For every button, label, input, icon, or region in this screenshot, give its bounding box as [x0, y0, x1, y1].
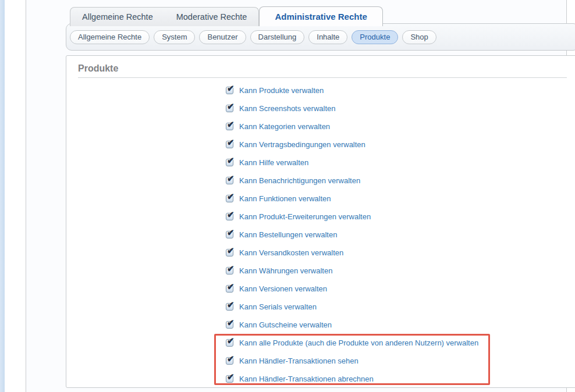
subtab-system[interactable]: System — [154, 30, 195, 44]
subtab-benutzer[interactable]: Benutzer — [199, 30, 246, 44]
screen: Allgemeine Rechte Moderative Rechte Admi… — [0, 0, 575, 392]
permission-row: Kann Händler-Transaktionen sehen — [226, 352, 478, 370]
checkbox-checked-icon[interactable] — [226, 87, 233, 94]
permission-row: Kann Produkt-Erweiterungen verwalten — [226, 208, 478, 226]
permissions-panel: Allgemeine Rechte Moderative Rechte Admi… — [26, 0, 567, 392]
subtab-inhalte[interactable]: Inhalte — [308, 30, 347, 44]
permission-label[interactable]: Kann Händler-Transaktionen sehen — [239, 357, 359, 365]
subtab-produkte[interactable]: Produkte — [352, 30, 398, 44]
permission-row: Kann Funktionen verwalten — [226, 190, 478, 208]
permission-list: Kann Produkte verwalten Kann Screenshots… — [226, 81, 478, 388]
permission-label[interactable]: Kann Währungen verwalten — [239, 266, 332, 275]
checkbox-checked-icon[interactable] — [226, 321, 233, 329]
checkbox-checked-icon[interactable] — [226, 285, 233, 293]
permission-row: Kann Gutscheine verwalten — [226, 316, 478, 334]
tab-bar: Allgemeine Rechte Moderative Rechte Admi… — [70, 7, 383, 27]
permission-label[interactable]: Kann Funktionen verwalten — [239, 194, 331, 203]
permission-label[interactable]: Kann Produkt-Erweiterungen verwalten — [239, 212, 371, 221]
permission-label[interactable]: Kann Kategorien verwalten — [239, 122, 330, 131]
checkbox-checked-icon[interactable] — [226, 177, 233, 184]
checkbox-checked-icon[interactable] — [226, 303, 233, 311]
inactive-tab-group: Allgemeine Rechte Moderative Rechte — [70, 7, 259, 26]
checkbox-checked-icon[interactable] — [226, 231, 233, 238]
tab-allgemeine-rechte[interactable]: Allgemeine Rechte — [70, 8, 165, 26]
subtab-shop[interactable]: Shop — [402, 30, 436, 44]
permission-label[interactable]: Kann Benachrichtigungen verwalten — [239, 176, 360, 185]
checkbox-checked-icon[interactable] — [226, 141, 233, 148]
section-title: Produkte — [78, 63, 567, 74]
checkbox-checked-icon[interactable] — [226, 357, 233, 365]
permission-row: Kann Vertragsbedingungen verwalten — [226, 136, 478, 154]
permission-label[interactable]: Kann Hilfe verwalten — [239, 158, 308, 167]
checkbox-checked-icon[interactable] — [226, 195, 233, 202]
content-box: Produkte Kann Produkte verwalten Kann Sc… — [66, 55, 575, 388]
checkbox-checked-icon[interactable] — [226, 339, 233, 347]
permission-row: Kann Serials verwalten — [226, 298, 478, 316]
checkbox-checked-icon[interactable] — [226, 375, 233, 383]
permission-label[interactable]: Kann Händler-Transaktionen abrechnen — [239, 375, 374, 383]
checkbox-checked-icon[interactable] — [226, 267, 233, 275]
permission-row: Kann Bestellungen verwalten — [226, 226, 478, 244]
section-divider — [78, 77, 567, 78]
checkbox-checked-icon[interactable] — [226, 159, 233, 166]
tab-moderative-rechte[interactable]: Moderative Rechte — [165, 8, 259, 26]
permission-row: Kann alle Produkte (auch die Produkte vo… — [226, 334, 478, 352]
permission-label[interactable]: Kann Produkte verwalten — [239, 86, 324, 95]
permission-row: Kann Hilfe verwalten — [226, 154, 478, 172]
checkbox-checked-icon[interactable] — [226, 105, 233, 112]
left-accent-bar — [0, 0, 5, 392]
subtab-allgemeine-rechte[interactable]: Allgemeine Rechte — [70, 30, 150, 44]
subtab-darstellung[interactable]: Darstellung — [250, 30, 305, 44]
permission-label[interactable]: Kann Screenshots verwalten — [239, 104, 335, 113]
permission-label[interactable]: Kann Versandkosten verwalten — [239, 248, 343, 257]
permission-label[interactable]: Kann Serials verwalten — [239, 302, 317, 311]
permission-row: Kann Währungen verwalten — [226, 262, 478, 280]
permission-label[interactable]: Kann Gutscheine verwalten — [239, 320, 332, 329]
permission-label[interactable]: Kann Versionen verwalten — [239, 284, 327, 293]
checkbox-checked-icon[interactable] — [226, 213, 233, 220]
permission-row: Kann Versionen verwalten — [226, 280, 478, 298]
permission-row: Kann Versandkosten verwalten — [226, 244, 478, 262]
checkbox-checked-icon[interactable] — [226, 123, 233, 130]
permission-label[interactable]: Kann Vertragsbedingungen verwalten — [239, 140, 365, 149]
subtab-bar: Allgemeine Rechte System Benutzer Darste… — [66, 23, 575, 51]
permission-label[interactable]: Kann alle Produkte (auch die Produkte vo… — [239, 338, 478, 347]
permission-row: Kann Produkte verwalten — [226, 81, 478, 99]
permission-row: Kann Kategorien verwalten — [226, 117, 478, 136]
checkbox-checked-icon[interactable] — [226, 249, 233, 256]
permission-row: Kann Screenshots verwalten — [226, 99, 478, 117]
permission-label[interactable]: Kann Bestellungen verwalten — [239, 230, 337, 239]
tab-administrative-rechte[interactable]: Administrative Rechte — [259, 6, 382, 26]
permission-row: Kann Händler-Transaktionen abrechnen — [226, 370, 478, 388]
permission-row: Kann Benachrichtigungen verwalten — [226, 172, 478, 190]
